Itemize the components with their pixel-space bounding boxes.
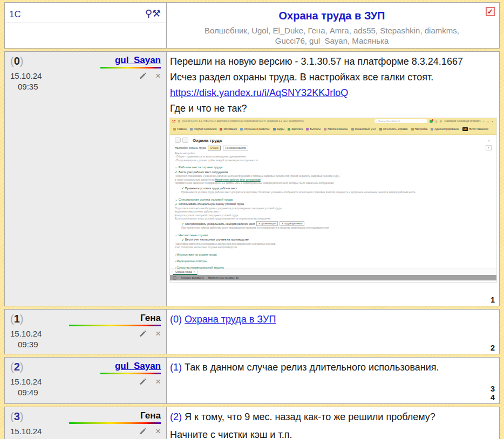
edit-post-icon[interactable] [139, 330, 147, 338]
reply-ref-link[interactable]: 3 [491, 385, 495, 393]
app-user-name: Максимов Александр Игоревич [445, 120, 481, 122]
post-datetime: 15.10.24 09:39 [10, 328, 42, 350]
edit-post-icon[interactable] [139, 72, 147, 80]
author-rating-bar [100, 67, 161, 68]
post-paragraph: Исчез раздел охраны труда. В настройках … [170, 70, 482, 85]
tab-po-organizaciyam: По организациям [223, 146, 248, 150]
reply-refs: 2 [491, 344, 495, 352]
author-rating-bar [69, 422, 161, 424]
author-rating-bar [69, 325, 161, 326]
section-medosmotry: › Медицинские осмотры [175, 259, 492, 263]
post-number-anchor[interactable]: (3) [10, 410, 42, 422]
post-meta-2: (2) 15.10.24 09:49 gul_Sayan × [5, 358, 167, 403]
section-siz: › Средства индивидуальной защиты [175, 266, 492, 269]
post-datetime: 15.10.24 09:49 [10, 376, 42, 398]
check-icon: ✓ [487, 8, 494, 15]
post-number-anchor[interactable]: (2) [10, 361, 42, 373]
section-accidents: ⌄ Несчастные случаи [175, 233, 492, 237]
section-instruktazhi: › Инструктажи по охране труда [175, 253, 492, 256]
post-meta-1: (1) 15.10.24 09:39 Гена × [5, 310, 167, 354]
delete-post-icon[interactable]: × [155, 378, 161, 386]
author-rating-bar [100, 373, 161, 374]
topic-title: Охрана труда в ЗУП [170, 10, 494, 22]
app-titlebar: 1С ☰ [КОПИЯ] ЗУП 3.1 РАБОЧАЯ / Зарплата … [170, 118, 496, 124]
author-name[interactable]: Гена [140, 313, 161, 324]
embedded-screenshot-1c-app[interactable]: 1С ☰ [КОПИЯ] ЗУП 3.1 РАБОЧАЯ / Зарплата … [170, 118, 496, 282]
gear-icon: ⚙ [440, 120, 442, 123]
post-number-anchor[interactable]: (0) [10, 55, 42, 67]
topic-header-row: 1C ⚲​⚒ Охрана труда в ЗУП Волшебник, Ugo… [4, 2, 500, 49]
post-number-anchor[interactable]: (1) [10, 313, 42, 325]
tools-icon[interactable]: ⚲​⚒ [145, 8, 161, 19]
post-paragraph: Так в данном случае релиз длительного ис… [185, 362, 439, 373]
section-cell: 1C ⚲​⚒ [5, 3, 167, 48]
post-date: 15.10.24 [10, 426, 42, 437]
post-date: 15.10.24 [10, 376, 42, 387]
edit-post-icon[interactable] [139, 427, 147, 435]
app-statusbar: Текущие вызовы: 0 Накопленные вызовы: 80 [170, 275, 496, 280]
post-paragraph: Начните с чистки кэш и т.п. [170, 427, 482, 439]
window-controls: – □ × [483, 120, 495, 123]
app-search-box: ⌕Поиск (Ctrl+Shift+F) [374, 119, 427, 123]
post-time: 09:35 [10, 81, 42, 92]
tab-obschie: Общие [208, 146, 221, 150]
post-ref-link[interactable]: (2) [170, 411, 182, 422]
post-meta-3: (3) 15.10.24 09:53 Гена × [5, 407, 167, 439]
collapse-icon: ↑ [486, 145, 492, 150]
settings-label: Настройки охраны труда [175, 146, 206, 149]
section-underline [5, 23, 166, 23]
post-ref-link[interactable]: (1) [170, 362, 182, 373]
tab-close-icon: × [194, 271, 195, 273]
author-link[interactable]: gul_Sayan [115, 361, 161, 372]
app-tabbar: Охрана труда× [170, 269, 496, 275]
post-row-1: (1) 15.10.24 09:39 Гена × ( [4, 309, 500, 354]
post-body-0: Перешли на новую версию - 3.1.30.57 на п… [167, 52, 499, 306]
notifications-icon [430, 120, 433, 123]
topic-header-cell: Охрана труда в ЗУП Волшебник, Ugol, El_D… [167, 3, 499, 48]
post-body-3: (2) Я к тому, что 9 мес. назад как-то же… [167, 407, 499, 439]
1c-logo: 1С [172, 120, 175, 123]
forum-page: 1C ⚲​⚒ Охрана труда в ЗУП Волшебник, Ugo… [0, 0, 504, 439]
section-sout: ⌄ Специальная оценка условий труда [175, 197, 492, 201]
workplace-assignment-link: Назначение рабочих мест сотрудникам [215, 179, 261, 181]
post-paragraph: Перешли на новую версию - 3.1.30.57 на п… [170, 54, 482, 70]
reply-refs: 3 4 [491, 385, 495, 402]
author-link[interactable]: gul_Sayan [115, 55, 161, 66]
post-paragraph: Я к тому, что 9 мес. назад как-то же реш… [185, 411, 435, 422]
post-row-0: (0) 15.10.24 09:35 gul_Sayan × [4, 51, 500, 306]
post-date: 15.10.24 [10, 71, 42, 81]
app-content: ← → Охрана труда ⋮ × Настройки охраны тр… [170, 135, 496, 269]
reply-ref-link[interactable]: 1 [491, 296, 495, 304]
post-paragraph: Где и что не так? [170, 101, 482, 116]
delete-post-icon[interactable]: × [155, 72, 161, 80]
hr-badge: HR [462, 127, 468, 131]
app-menu-bar: Главное Подбор персонала Мотивация Обуче… [170, 124, 496, 135]
more-close-icons: ⋮ × [481, 139, 492, 142]
post-datetime: 15.10.24 09:35 [10, 71, 42, 92]
post-date: 15.10.24 [10, 328, 42, 339]
post-row-2: (2) 15.10.24 09:49 gul_Sayan × [4, 357, 500, 404]
post-time: 09:39 [10, 339, 42, 350]
reply-ref-link[interactable]: 4 [491, 393, 495, 402]
topic-link[interactable]: Охрана труда в ЗУП [185, 314, 276, 325]
post-body-2: (1) Так в данном случае релиз длительног… [167, 358, 499, 403]
post-datetime: 15.10.24 09:53 [10, 426, 42, 439]
section-label: 1C [9, 9, 21, 20]
author-name[interactable]: Гена [140, 410, 161, 421]
section-workplaces: ⌄ Рабочие места охраны труда [175, 165, 492, 169]
delete-post-icon[interactable]: × [155, 428, 161, 435]
post-time: 09:53 [10, 437, 42, 439]
history-icon: ◷ [435, 120, 438, 123]
app-window-title: [КОПИЯ] ЗУП 3.1 РАБОЧАЯ / Зарплата и упр… [182, 120, 304, 122]
search-icon: ⌕ [376, 120, 377, 122]
watch-topic-checkbox[interactable]: ✓ [486, 7, 495, 16]
post-ref-link[interactable]: (0) [170, 314, 182, 325]
post-time: 09:49 [10, 387, 42, 398]
reply-ref-link[interactable]: 2 [491, 344, 495, 352]
forward-icon: → [182, 138, 188, 143]
app-page-title: Охрана труда [193, 138, 222, 143]
perf-icon [173, 276, 176, 280]
yandex-disk-link[interactable]: https://disk.yandex.ru/i/AqSNY32KKJrloQ [170, 87, 348, 98]
edit-post-icon[interactable] [139, 378, 147, 386]
delete-post-icon[interactable]: × [155, 330, 161, 338]
